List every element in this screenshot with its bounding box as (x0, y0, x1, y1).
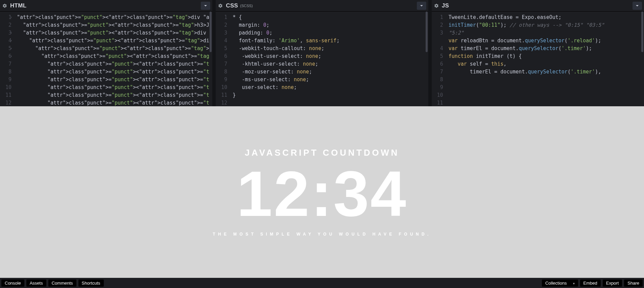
scrollbar-vertical[interactable] (425, 12, 428, 106)
html-code-area[interactable]: 123456789101112 "attr">class"punct">="pu… (0, 12, 212, 106)
share-button[interactable]: Share (624, 280, 643, 287)
gear-icon[interactable] (218, 3, 223, 8)
export-button[interactable]: Export (603, 280, 622, 287)
css-editor-pane: CSS (SCSS) 123456789101112 * { margin: 0… (216, 0, 428, 106)
assets-button[interactable]: Assets (26, 280, 46, 287)
chevron-down-icon (636, 4, 639, 7)
js-pane-title: JS (442, 2, 449, 9)
css-pane-header: CSS (SCSS) (216, 0, 428, 12)
gear-icon[interactable] (434, 3, 439, 8)
css-pane-title: CSS (226, 2, 238, 9)
css-pane-dropdown[interactable] (417, 2, 426, 10)
chevron-down-icon (420, 4, 423, 7)
scrollbar-vertical[interactable] (209, 12, 212, 106)
css-code-area[interactable]: 123456789101112 * { margin: 0; padding: … (216, 12, 428, 106)
preview-clock: 12:34 (237, 161, 407, 226)
footer-bar: Console Assets Comments Shortcuts Collec… (0, 278, 644, 288)
js-pane-dropdown[interactable] (633, 2, 642, 10)
preview-title: JAVASCRIPT COUNTDOWN (245, 148, 399, 158)
preview-tagline: THE MOST SIMPLE WAY YOU WOULD HAVE FOUND… (213, 232, 431, 237)
console-button[interactable]: Console (1, 280, 24, 287)
shortcuts-button[interactable]: Shortcuts (78, 280, 104, 287)
css-pane-subtitle: (SCSS) (240, 4, 253, 8)
html-pane-header: HTML (0, 0, 212, 12)
comments-button[interactable]: Comments (48, 280, 76, 287)
html-pane-dropdown[interactable] (201, 2, 210, 10)
chevron-down-icon (204, 4, 207, 7)
js-code-area[interactable]: 1234567891011 TweenLite.defaultEase = Ex… (432, 12, 644, 106)
html-pane-title: HTML (10, 2, 27, 9)
gear-icon[interactable] (2, 3, 7, 8)
html-editor-pane: HTML 123456789101112 "attr">class"punct"… (0, 0, 212, 106)
js-pane-header: JS (432, 0, 644, 12)
js-editor-pane: JS 1234567891011 TweenLite.defaultEase =… (432, 0, 644, 106)
preview-frame: JAVASCRIPT COUNTDOWN 12:34 THE MOST SIMP… (0, 106, 644, 278)
embed-button[interactable]: Embed (580, 280, 601, 287)
scrollbar-vertical[interactable] (641, 12, 644, 106)
collections-dropdown[interactable]: Collections (542, 280, 578, 287)
